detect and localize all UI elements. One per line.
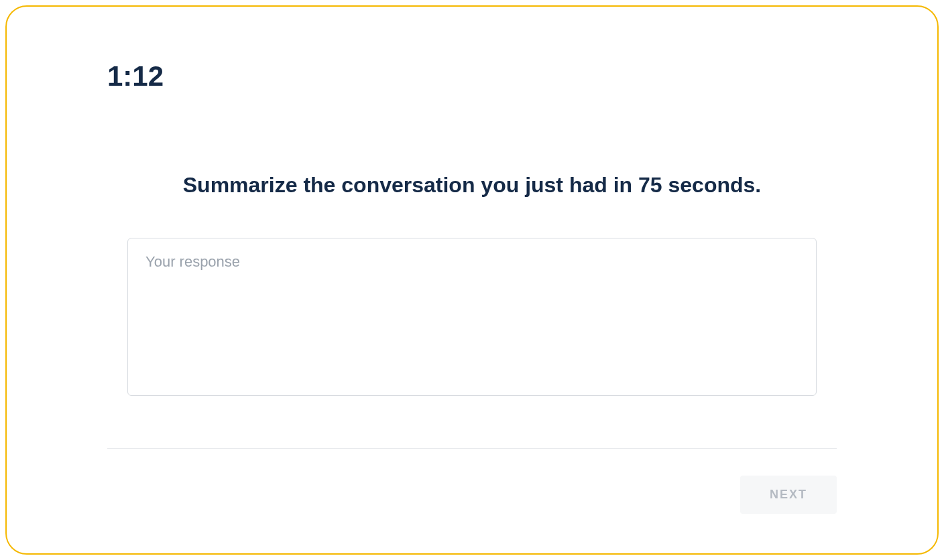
footer-bar: NEXT (107, 448, 837, 514)
prompt-heading: Summarize the conversation you just had … (107, 173, 837, 198)
response-container (107, 238, 837, 399)
next-button[interactable]: NEXT (740, 476, 837, 514)
countdown-timer: 1:12 (107, 60, 837, 92)
response-input[interactable] (127, 238, 817, 396)
question-card: 1:12 Summarize the conversation you just… (5, 5, 939, 555)
